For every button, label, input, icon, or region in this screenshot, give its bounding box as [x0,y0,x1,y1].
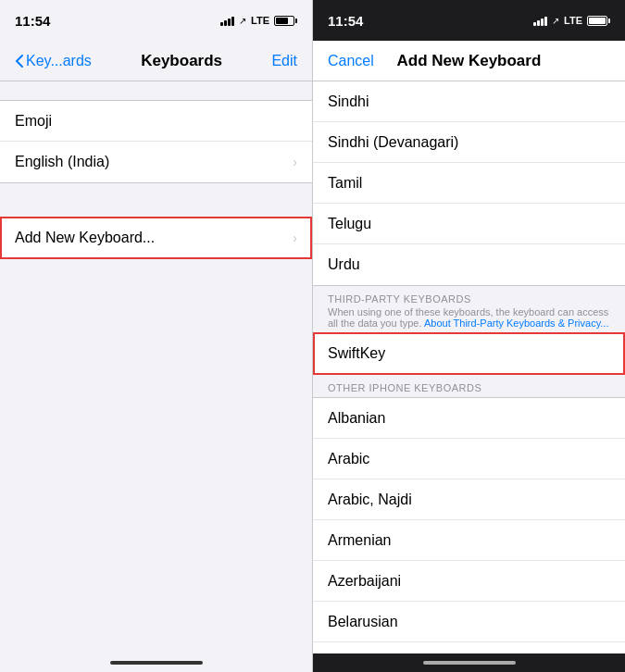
add-keyboard-section: Add New Keyboard... › [0,217,312,259]
other-keyboards-header-text: OTHER IPHONE KEYBOARDS [328,382,610,393]
right-nav-title: Add New Keyboard [396,52,541,70]
right-content: Sindhi Sindhi (Devanagari) Tamil Telugu … [313,81,625,653]
third-party-desc: When using one of these keyboards, the k… [328,306,610,329]
emoji-item[interactable]: Emoji [0,101,312,142]
sindhi-devanagari-item[interactable]: Sindhi (Devanagari) [313,122,625,163]
left-nav-bar: Key...ards Keyboards Edit [0,41,312,81]
third-party-link[interactable]: About Third-Party Keyboards & Privacy... [424,317,609,329]
other-keyboards-header: OTHER IPHONE KEYBOARDS [313,375,625,397]
english-india-item[interactable]: English (India) › [0,142,312,182]
cancel-button[interactable]: Cancel [328,53,374,69]
swiftkey-label: SwiftKey [328,345,385,362]
left-panel: 11:54 ↗ LTE Key...ards [0,0,312,672]
left-status-bar: 11:54 ↗ LTE [0,0,312,41]
add-keyboard-label: Add New Keyboard... [15,230,155,246]
left-spacer [0,259,312,653]
sindhi-devanagari-label: Sindhi (Devanagari) [328,134,458,151]
albanian-item[interactable]: Albanian [313,398,625,439]
english-india-chevron-icon: › [293,155,297,169]
left-home-bar [110,661,203,665]
right-time: 11:54 [328,13,363,29]
telugu-label: Telugu [328,216,371,232]
left-time: 11:54 [15,13,50,29]
right-status-bar: 11:54 ↗ LTE [313,0,625,41]
left-nav-title: Keyboards [141,52,222,70]
left-gap [0,183,312,217]
arabic-label: Arabic [328,451,369,467]
right-home-indicator [313,653,625,672]
urdu-item[interactable]: Urdu [313,244,625,285]
tamil-label: Tamil [328,175,362,192]
right-status-icons: ↗ LTE [533,15,610,26]
add-keyboard-item[interactable]: Add New Keyboard... › [0,218,312,258]
sindhi-item[interactable]: Sindhi [313,81,625,122]
armenian-label: Armenian [328,532,391,549]
sindhi-label: Sindhi [328,93,369,110]
arabic-najdi-label: Arabic, Najdi [328,492,412,508]
left-keyboard-list: Emoji English (India) › [0,100,312,183]
left-back-button[interactable]: Key...ards [15,53,92,69]
belarusian-label: Belarusian [328,614,398,630]
telugu-item[interactable]: Telugu [313,204,625,244]
third-party-list: SwiftKey [313,332,625,375]
belarusian-item[interactable]: Belarusian [313,602,625,642]
left-signal-icon [220,15,234,26]
left-home-indicator [0,653,312,672]
bulgarian-item[interactable]: Bulgarian [313,642,625,653]
right-wifi-icon: ↗ [552,16,559,26]
left-lte: LTE [251,15,269,26]
arabic-najdi-item[interactable]: Arabic, Najdi [313,479,625,520]
urdu-label: Urdu [328,256,360,273]
right-battery-icon [587,16,610,26]
armenian-item[interactable]: Armenian [313,520,625,561]
left-back-label: Key...ards [26,53,92,69]
left-status-icons: ↗ LTE [220,15,297,26]
right-top-list: Sindhi Sindhi (Devanagari) Tamil Telugu … [313,81,625,286]
left-battery-icon [274,16,297,26]
albanian-label: Albanian [328,410,385,427]
right-home-bar [423,661,516,665]
third-party-header-text: THIRD-PARTY KEYBOARDS [328,293,610,305]
right-nav-bar: Cancel Add New Keyboard [313,41,625,81]
left-chevron-left-icon [15,54,24,68]
add-keyboard-chevron-icon: › [293,230,297,245]
azerbaijani-item[interactable]: Azerbaijani [313,561,625,602]
swiftkey-item[interactable]: SwiftKey [313,333,625,374]
left-keyboards-section: Emoji English (India) › [0,100,312,183]
left-edit-button[interactable]: Edit [271,53,297,69]
left-wifi-icon: ↗ [239,16,246,26]
third-party-header: THIRD-PARTY KEYBOARDS When using one of … [313,286,625,332]
right-signal-icon [533,15,547,26]
azerbaijani-label: Azerbaijani [328,573,401,590]
tamil-item[interactable]: Tamil [313,163,625,204]
emoji-label: Emoji [15,113,52,130]
right-panel: 11:54 ↗ LTE Cancel Add New Keyboard [312,0,625,672]
english-india-label: English (India) [15,154,109,170]
other-keyboards-list: Albanian Arabic Arabic, Najdi Armenian A… [313,397,625,653]
right-lte: LTE [564,15,582,26]
arabic-item[interactable]: Arabic [313,439,625,479]
